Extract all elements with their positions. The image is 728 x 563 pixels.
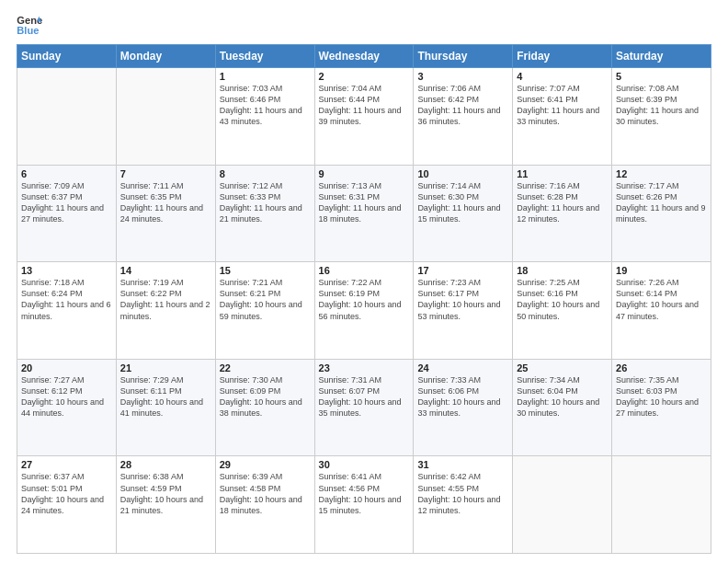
logo: General Blue: [17, 15, 42, 37]
logo-icon: General Blue: [17, 15, 42, 37]
calendar-cell: 14Sunrise: 7:19 AM Sunset: 6:22 PM Dayli…: [116, 262, 215, 360]
day-info: Sunrise: 7:17 AM Sunset: 6:26 PM Dayligh…: [616, 180, 707, 225]
day-number: 22: [220, 362, 311, 373]
calendar-cell: [17, 68, 117, 166]
day-number: 16: [319, 265, 410, 276]
day-number: 18: [517, 265, 608, 276]
calendar-cell: 8Sunrise: 7:12 AM Sunset: 6:33 PM Daylig…: [215, 165, 314, 262]
day-number: 10: [417, 168, 508, 179]
day-number: 8: [220, 168, 311, 179]
day-number: 31: [417, 459, 508, 470]
day-info: Sunrise: 7:21 AM Sunset: 6:21 PM Dayligh…: [220, 277, 311, 322]
day-info: Sunrise: 7:22 AM Sunset: 6:19 PM Dayligh…: [319, 277, 410, 322]
day-info: Sunrise: 7:14 AM Sunset: 6:30 PM Dayligh…: [417, 180, 508, 225]
week-row-4: 20Sunrise: 7:27 AM Sunset: 6:12 PM Dayli…: [17, 359, 711, 456]
calendar-cell: 24Sunrise: 7:33 AM Sunset: 6:06 PM Dayli…: [414, 359, 513, 456]
weekday-header-sunday: Sunday: [17, 45, 117, 68]
day-number: 6: [21, 168, 112, 179]
day-info: Sunrise: 7:11 AM Sunset: 6:35 PM Dayligh…: [120, 180, 211, 225]
week-row-2: 6Sunrise: 7:09 AM Sunset: 6:37 PM Daylig…: [17, 165, 711, 262]
day-info: Sunrise: 6:38 AM Sunset: 4:59 PM Dayligh…: [120, 471, 211, 516]
day-info: Sunrise: 7:35 AM Sunset: 6:03 PM Dayligh…: [616, 374, 707, 419]
calendar-cell: 25Sunrise: 7:34 AM Sunset: 6:04 PM Dayli…: [513, 359, 612, 456]
calendar-cell: 31Sunrise: 6:42 AM Sunset: 4:55 PM Dayli…: [414, 456, 513, 554]
calendar-cell: 30Sunrise: 6:41 AM Sunset: 4:56 PM Dayli…: [314, 456, 414, 554]
day-number: 25: [517, 362, 608, 373]
calendar-cell: 5Sunrise: 7:08 AM Sunset: 6:39 PM Daylig…: [612, 68, 711, 166]
weekday-header-wednesday: Wednesday: [314, 45, 414, 68]
day-info: Sunrise: 7:19 AM Sunset: 6:22 PM Dayligh…: [120, 277, 211, 322]
day-number: 2: [319, 71, 410, 82]
day-number: 19: [616, 265, 707, 276]
calendar-cell: 19Sunrise: 7:26 AM Sunset: 6:14 PM Dayli…: [612, 262, 711, 360]
calendar-cell: 7Sunrise: 7:11 AM Sunset: 6:35 PM Daylig…: [116, 165, 215, 262]
day-number: 3: [417, 71, 508, 82]
day-number: 24: [417, 362, 508, 373]
week-row-3: 13Sunrise: 7:18 AM Sunset: 6:24 PM Dayli…: [17, 262, 711, 360]
day-number: 4: [517, 71, 608, 82]
day-info: Sunrise: 7:12 AM Sunset: 6:33 PM Dayligh…: [220, 180, 311, 225]
calendar-cell: 26Sunrise: 7:35 AM Sunset: 6:03 PM Dayli…: [612, 359, 711, 456]
day-number: 21: [120, 362, 211, 373]
day-info: Sunrise: 6:39 AM Sunset: 4:58 PM Dayligh…: [220, 471, 311, 516]
day-number: 26: [616, 362, 707, 373]
calendar-cell: 18Sunrise: 7:25 AM Sunset: 6:16 PM Dayli…: [513, 262, 612, 360]
calendar-cell: 15Sunrise: 7:21 AM Sunset: 6:21 PM Dayli…: [215, 262, 314, 360]
day-info: Sunrise: 6:41 AM Sunset: 4:56 PM Dayligh…: [319, 471, 410, 516]
weekday-header-friday: Friday: [513, 45, 612, 68]
day-number: 7: [120, 168, 211, 179]
day-info: Sunrise: 7:23 AM Sunset: 6:17 PM Dayligh…: [417, 277, 508, 322]
calendar-cell: 12Sunrise: 7:17 AM Sunset: 6:26 PM Dayli…: [612, 165, 711, 262]
calendar-cell: 29Sunrise: 6:39 AM Sunset: 4:58 PM Dayli…: [215, 456, 314, 554]
calendar-cell: 2Sunrise: 7:04 AM Sunset: 6:44 PM Daylig…: [314, 68, 414, 166]
day-info: Sunrise: 7:18 AM Sunset: 6:24 PM Dayligh…: [21, 277, 112, 322]
calendar-cell: 4Sunrise: 7:07 AM Sunset: 6:41 PM Daylig…: [513, 68, 612, 166]
calendar-cell: 21Sunrise: 7:29 AM Sunset: 6:11 PM Dayli…: [116, 359, 215, 456]
day-info: Sunrise: 6:42 AM Sunset: 4:55 PM Dayligh…: [417, 471, 508, 516]
calendar-cell: 27Sunrise: 6:37 AM Sunset: 5:01 PM Dayli…: [17, 456, 117, 554]
svg-text:Blue: Blue: [17, 25, 39, 36]
day-number: 12: [616, 168, 707, 179]
calendar-cell: [513, 456, 612, 554]
day-number: 28: [120, 459, 211, 470]
day-number: 11: [517, 168, 608, 179]
calendar-cell: [116, 68, 215, 166]
calendar-cell: 17Sunrise: 7:23 AM Sunset: 6:17 PM Dayli…: [414, 262, 513, 360]
day-number: 14: [120, 265, 211, 276]
day-number: 1: [220, 71, 311, 82]
header: General Blue: [17, 15, 711, 37]
calendar-cell: 16Sunrise: 7:22 AM Sunset: 6:19 PM Dayli…: [314, 262, 414, 360]
calendar-cell: 11Sunrise: 7:16 AM Sunset: 6:28 PM Dayli…: [513, 165, 612, 262]
day-info: Sunrise: 7:08 AM Sunset: 6:39 PM Dayligh…: [616, 83, 707, 128]
calendar-cell: 20Sunrise: 7:27 AM Sunset: 6:12 PM Dayli…: [17, 359, 117, 456]
day-number: 5: [616, 71, 707, 82]
day-number: 17: [417, 265, 508, 276]
day-number: 29: [220, 459, 311, 470]
day-number: 20: [21, 362, 112, 373]
calendar-cell: 6Sunrise: 7:09 AM Sunset: 6:37 PM Daylig…: [17, 165, 117, 262]
page: General Blue SundayMondayTuesdayWednesda…: [0, 0, 728, 563]
day-number: 13: [21, 265, 112, 276]
calendar-cell: 1Sunrise: 7:03 AM Sunset: 6:46 PM Daylig…: [215, 68, 314, 166]
week-row-5: 27Sunrise: 6:37 AM Sunset: 5:01 PM Dayli…: [17, 456, 711, 554]
day-number: 30: [319, 459, 410, 470]
day-number: 9: [319, 168, 410, 179]
calendar-cell: 23Sunrise: 7:31 AM Sunset: 6:07 PM Dayli…: [314, 359, 414, 456]
weekday-header-tuesday: Tuesday: [215, 45, 314, 68]
day-info: Sunrise: 6:37 AM Sunset: 5:01 PM Dayligh…: [21, 471, 112, 516]
calendar-table: SundayMondayTuesdayWednesdayThursdayFrid…: [17, 44, 711, 554]
day-info: Sunrise: 7:03 AM Sunset: 6:46 PM Dayligh…: [220, 83, 311, 128]
day-info: Sunrise: 7:26 AM Sunset: 6:14 PM Dayligh…: [616, 277, 707, 322]
day-info: Sunrise: 7:25 AM Sunset: 6:16 PM Dayligh…: [517, 277, 608, 322]
day-info: Sunrise: 7:27 AM Sunset: 6:12 PM Dayligh…: [21, 374, 112, 419]
day-info: Sunrise: 7:31 AM Sunset: 6:07 PM Dayligh…: [319, 374, 410, 419]
day-info: Sunrise: 7:34 AM Sunset: 6:04 PM Dayligh…: [517, 374, 608, 419]
calendar-cell: [612, 456, 711, 554]
calendar-cell: 28Sunrise: 6:38 AM Sunset: 4:59 PM Dayli…: [116, 456, 215, 554]
calendar-cell: 3Sunrise: 7:06 AM Sunset: 6:42 PM Daylig…: [414, 68, 513, 166]
weekday-header-saturday: Saturday: [612, 45, 711, 68]
day-info: Sunrise: 7:07 AM Sunset: 6:41 PM Dayligh…: [517, 83, 608, 128]
day-info: Sunrise: 7:30 AM Sunset: 6:09 PM Dayligh…: [220, 374, 311, 419]
day-info: Sunrise: 7:06 AM Sunset: 6:42 PM Dayligh…: [417, 83, 508, 128]
day-info: Sunrise: 7:16 AM Sunset: 6:28 PM Dayligh…: [517, 180, 608, 225]
